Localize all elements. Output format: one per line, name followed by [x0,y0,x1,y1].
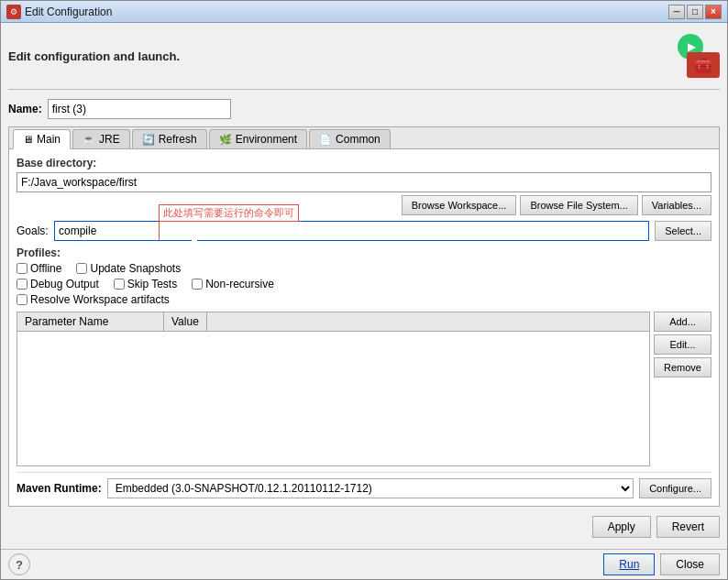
jre-tab-icon: ☕ [83,134,95,146]
goals-section: 此处填写需要运行的命令即可 Goals: Select... [17,221,711,241]
common-tab-label: Common [336,133,381,146]
run-button[interactable]: Run [603,553,655,575]
footer: ? Run Close [1,549,727,579]
name-input[interactable] [48,99,231,119]
offline-checkbox-item[interactable]: Offline [17,262,61,275]
revert-button[interactable]: Revert [656,516,720,538]
update-snapshots-checkbox[interactable] [76,263,87,274]
env-tab-icon: 🌿 [219,134,232,146]
tab-environment[interactable]: 🌿 Environment [209,129,307,148]
common-tab-icon: 📄 [319,134,332,146]
title-bar-left: ⚙ Edit Configuration [6,5,112,19]
profiles-section: Profiles: Offline Update Snapshots [17,246,711,306]
tab-main[interactable]: 🖥 Main [13,129,71,149]
skip-tests-label: Skip Tests [127,278,177,290]
minimize-button[interactable]: ─ [668,5,685,19]
bottom-buttons: Apply Revert [8,512,720,542]
param-name-header: Parameter Name [17,312,164,331]
skip-tests-checkbox-item[interactable]: Skip Tests [114,278,177,290]
footer-right: Run Close [603,553,720,575]
title-bar: ⚙ Edit Configuration ─ □ × [1,1,727,23]
name-label: Name: [8,103,42,115]
tabs-bar: 🖥 Main ☕ JRE 🔄 Refresh 🌿 Environment 📄 [9,127,719,149]
params-table-body [17,332,649,405]
goals-input-ext[interactable] [197,221,649,241]
browse-workspace-button[interactable]: Browse Workspace... [402,195,517,215]
debug-output-checkbox[interactable] [17,279,28,290]
params-section: Parameter Name Value Add... Edit... Remo… [17,312,711,466]
refresh-tab-label: Refresh [159,133,197,146]
checkbox-row-3: Resolve Workspace artifacts [17,293,711,306]
title-buttons: ─ □ × [668,5,722,19]
runtime-row: Maven Runtime: Embedded (3.0-SNAPSHOT/0.… [17,472,711,498]
header-icon-container [676,34,720,78]
window-title: Edit Configuration [25,5,112,18]
tab-refresh[interactable]: 🔄 Refresh [132,129,207,148]
add-button[interactable]: Add... [654,312,711,332]
edit-button[interactable]: Edit... [654,334,711,355]
tab-common[interactable]: 📄 Common [309,129,391,148]
debug-output-label: Debug Output [30,278,99,290]
update-snapshots-label: Update Snapshots [90,262,181,275]
update-snapshots-checkbox-item[interactable]: Update Snapshots [76,262,181,275]
main-window: ⚙ Edit Configuration ─ □ × Edit configur… [0,0,728,580]
skip-tests-checkbox[interactable] [114,279,125,290]
runtime-select[interactable]: Embedded (3.0-SNAPSHOT/0.12.1.20110112-1… [107,478,634,498]
resolve-workspace-label: Resolve Workspace artifacts [30,293,170,306]
goals-input[interactable] [54,221,192,241]
goals-label: Goals: [17,224,49,237]
base-dir-input[interactable] [17,172,711,192]
offline-label: Offline [30,262,61,275]
main-tab-icon: 🖥 [23,134,33,145]
offline-checkbox[interactable] [17,263,28,274]
checkbox-row-2: Debug Output Skip Tests Non-recursive [17,278,711,290]
params-table: Parameter Name Value [17,312,650,466]
window-icon: ⚙ [6,5,21,19]
profiles-label: Profiles: [17,246,711,259]
header-title: Edit configuration and launch. [8,49,180,63]
params-buttons: Add... Edit... Remove [654,312,711,466]
param-value-header: Value [164,312,207,331]
non-recursive-checkbox-item[interactable]: Non-recursive [192,278,274,290]
checkbox-row-1: Offline Update Snapshots [17,262,711,275]
select-button[interactable]: Select... [655,221,711,241]
apply-button[interactable]: Apply [592,516,651,538]
non-recursive-label: Non-recursive [205,278,274,290]
main-tab-label: Main [37,133,61,146]
close-button[interactable]: Close [660,553,720,575]
runtime-label: Maven Runtime: [17,482,102,495]
name-row: Name: [8,97,720,121]
tab-content-main: Base directory: Browse Workspace... Brow… [9,149,719,506]
remove-button[interactable]: Remove [654,357,711,378]
maximize-button[interactable]: □ [687,5,703,19]
main-panel: 🖥 Main ☕ JRE 🔄 Refresh 🌿 Environment 📄 [8,126,720,507]
configure-button[interactable]: Configure... [639,478,711,498]
close-window-button[interactable]: × [705,5,722,19]
resolve-workspace-checkbox-item[interactable]: Resolve Workspace artifacts [17,293,170,306]
variables-button[interactable]: Variables... [642,195,711,215]
base-dir-label: Base directory: [17,157,96,170]
base-directory-section: Base directory: Browse Workspace... Brow… [17,157,711,215]
window-body: Edit configuration and launch. Name: 🖥 M… [1,23,727,549]
resolve-workspace-checkbox[interactable] [17,294,28,305]
non-recursive-checkbox[interactable] [192,279,203,290]
header-separator [8,89,720,90]
help-button[interactable]: ? [8,553,30,575]
tab-jre[interactable]: ☕ JRE [72,129,130,148]
jre-tab-label: JRE [99,133,120,146]
params-table-header: Parameter Name Value [17,312,649,332]
env-tab-label: Environment [236,133,297,146]
toolbox-icon [687,52,720,78]
debug-output-checkbox-item[interactable]: Debug Output [17,278,99,290]
header-area: Edit configuration and launch. [8,30,720,82]
browse-filesystem-button[interactable]: Browse File System... [520,195,637,215]
refresh-tab-icon: 🔄 [142,134,155,146]
